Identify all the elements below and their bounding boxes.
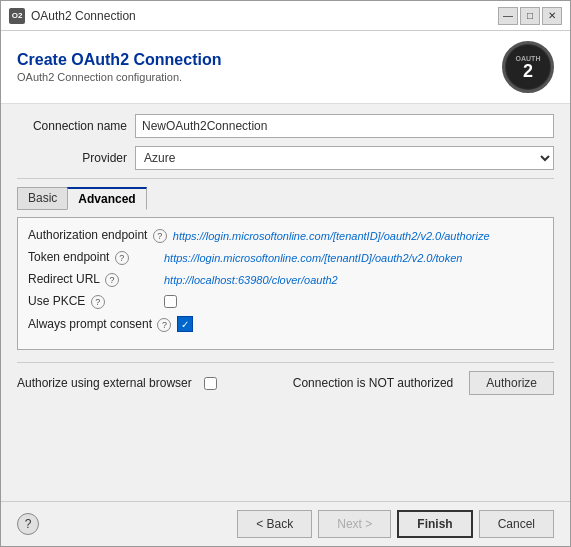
auth-endpoint-help-icon[interactable]: ? (153, 229, 167, 243)
footer: ? < Back Next > Finish Cancel (1, 501, 570, 546)
redirect-url-value: http://localhost:63980/clover/oauth2 (164, 274, 543, 286)
tab-advanced[interactable]: Advanced (67, 187, 146, 210)
always-prompt-checkbox[interactable]: ✓ (177, 316, 193, 332)
redirect-url-help-icon[interactable]: ? (105, 273, 119, 287)
content-area: Connection name Provider Azure Basic Adv… (1, 104, 570, 501)
main-window: O2 OAuth2 Connection — □ ✕ Create OAuth2… (0, 0, 571, 547)
header: Create OAuth2 Connection OAuth2 Connecti… (1, 31, 570, 104)
separator-1 (17, 178, 554, 179)
always-prompt-row: Always prompt consent ? ✓ (28, 316, 543, 332)
token-endpoint-row: Token endpoint ? https://login.microsoft… (28, 250, 543, 265)
title-bar-left: O2 OAuth2 Connection (9, 8, 136, 24)
auth-endpoint-label: Authorization endpoint ? (28, 228, 167, 243)
back-button[interactable]: < Back (237, 510, 312, 538)
ext-browser-checkbox[interactable] (204, 377, 217, 390)
provider-select[interactable]: Azure (135, 146, 554, 170)
help-button[interactable]: ? (17, 513, 39, 535)
always-prompt-label: Always prompt consent ? (28, 317, 171, 332)
window-icon: O2 (9, 8, 25, 24)
logo-number: 2 (523, 62, 533, 80)
cancel-button[interactable]: Cancel (479, 510, 554, 538)
token-endpoint-value: https://login.microsoftonline.com/[tenan… (164, 252, 543, 264)
ext-browser-label: Authorize using external browser (17, 376, 192, 390)
connection-name-row: Connection name (17, 114, 554, 138)
finish-button[interactable]: Finish (397, 510, 472, 538)
token-endpoint-help-icon[interactable]: ? (115, 251, 129, 265)
use-pkce-label: Use PKCE ? (28, 294, 158, 309)
auth-endpoint-value: https://login.microsoftonline.com/[tenan… (173, 230, 543, 242)
title-controls: — □ ✕ (498, 7, 562, 25)
provider-label: Provider (17, 151, 127, 165)
footer-left: ? (17, 513, 39, 535)
oauth-logo: OAUTH 2 (502, 41, 554, 93)
tab-basic[interactable]: Basic (17, 187, 67, 210)
use-pkce-help-icon[interactable]: ? (91, 295, 105, 309)
header-text: Create OAuth2 Connection OAuth2 Connecti… (17, 51, 221, 83)
footer-buttons: < Back Next > Finish Cancel (237, 510, 554, 538)
token-endpoint-label: Token endpoint ? (28, 250, 158, 265)
next-button[interactable]: Next > (318, 510, 391, 538)
authorize-bar: Authorize using external browser Connect… (17, 362, 554, 403)
window-title: OAuth2 Connection (31, 9, 136, 23)
connection-name-input[interactable] (135, 114, 554, 138)
auth-endpoint-row: Authorization endpoint ? https://login.m… (28, 228, 543, 243)
redirect-url-label: Redirect URL ? (28, 272, 158, 287)
redirect-url-row: Redirect URL ? http://localhost:63980/cl… (28, 272, 543, 287)
always-prompt-help-icon[interactable]: ? (157, 318, 171, 332)
use-pkce-checkbox[interactable] (164, 295, 177, 308)
tabs-container: Basic Advanced (17, 187, 554, 210)
minimize-button[interactable]: — (498, 7, 518, 25)
connection-status-label: Connection is NOT authorized (293, 376, 454, 390)
maximize-button[interactable]: □ (520, 7, 540, 25)
logo-inner: OAUTH 2 (506, 45, 550, 89)
page-title: Create OAuth2 Connection (17, 51, 221, 69)
page-subtitle: OAuth2 Connection configuration. (17, 71, 221, 83)
connection-name-label: Connection name (17, 119, 127, 133)
close-button[interactable]: ✕ (542, 7, 562, 25)
advanced-tab-content: Authorization endpoint ? https://login.m… (17, 217, 554, 350)
provider-row: Provider Azure (17, 146, 554, 170)
title-bar: O2 OAuth2 Connection — □ ✕ (1, 1, 570, 31)
authorize-button[interactable]: Authorize (469, 371, 554, 395)
use-pkce-row: Use PKCE ? (28, 294, 543, 309)
